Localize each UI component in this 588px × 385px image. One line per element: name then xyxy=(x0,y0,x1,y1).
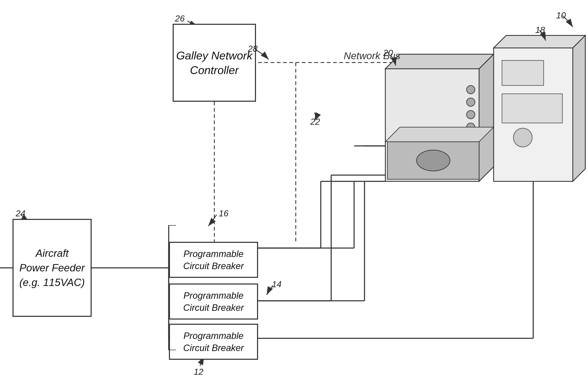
ref-14-text: 14 xyxy=(272,279,282,289)
ref-12: 12 xyxy=(194,367,204,377)
ref-26: 26 xyxy=(175,14,185,23)
svg-point-32 xyxy=(466,86,475,94)
svg-marker-39 xyxy=(573,35,585,181)
ref-28: 28 xyxy=(248,44,258,54)
svg-rect-30 xyxy=(387,142,479,179)
ref-18-text: 18 xyxy=(535,25,545,35)
apf-box: Aircraft Power Feeder (e.g. 115VAC) xyxy=(13,219,92,317)
ref-20-text: 20 xyxy=(383,48,393,58)
svg-marker-36 xyxy=(385,127,494,142)
pcb2-text: Programmable Circuit Breaker xyxy=(183,290,244,313)
ref-20: 20 xyxy=(383,48,393,58)
pcb-box-2: Programmable Circuit Breaker xyxy=(169,283,258,319)
apf-line3: (e.g. 115VAC) xyxy=(19,277,85,288)
apf-text: Aircraft Power Feeder (e.g. 115VAC) xyxy=(19,246,85,290)
svg-point-33 xyxy=(466,98,475,106)
ref-18: 18 xyxy=(535,25,545,35)
ref-28-text: 28 xyxy=(248,44,258,54)
svg-rect-37 xyxy=(494,48,573,181)
svg-point-31 xyxy=(417,150,450,171)
pcb-box-1: Programmable Circuit Breaker xyxy=(169,242,258,278)
gnc-title-line2: Controller xyxy=(190,64,239,76)
pcb1-line2: Circuit Breaker xyxy=(183,261,244,271)
ref-24: 24 xyxy=(16,208,25,218)
pcb3-line1: Programmable xyxy=(184,331,244,341)
pcb2-line1: Programmable xyxy=(184,290,244,301)
gnc-title-line1: Galley Network xyxy=(176,49,252,62)
ref-26-text: 26 xyxy=(175,14,185,23)
svg-point-35 xyxy=(466,123,475,131)
apf-line2: Power Feeder xyxy=(19,262,85,274)
ref-16: 16 xyxy=(219,208,229,218)
ref-10: 10 xyxy=(556,10,566,21)
svg-point-34 xyxy=(466,111,475,119)
diagram-svg xyxy=(0,0,588,385)
svg-marker-28 xyxy=(385,54,494,69)
apf-line1: Aircraft xyxy=(36,248,68,259)
svg-rect-27 xyxy=(385,69,479,181)
ref-14: 14 xyxy=(272,279,282,289)
pcb3-text: Programmable Circuit Breaker xyxy=(183,330,244,354)
svg-marker-29 xyxy=(479,54,494,181)
svg-point-42 xyxy=(513,128,532,147)
gnc-box-text: Galley Network Controller xyxy=(176,48,252,77)
pcb1-line1: Programmable xyxy=(184,249,244,259)
ref-16-text: 16 xyxy=(219,208,229,218)
ref-12-text: 12 xyxy=(194,367,204,377)
ref-10-text: 10 xyxy=(556,10,566,20)
diagram-container: Galley Network Controller Programmable C… xyxy=(0,0,588,385)
svg-rect-41 xyxy=(502,94,562,123)
ref-22: 22 xyxy=(310,117,320,127)
pcb3-line2: Circuit Breaker xyxy=(183,343,244,353)
pcb1-text: Programmable Circuit Breaker xyxy=(183,248,244,272)
pcb-box-3: Programmable Circuit Breaker xyxy=(169,324,258,360)
svg-marker-38 xyxy=(494,35,585,48)
ref-24-text: 24 xyxy=(16,208,25,218)
pcb-bracket-svg xyxy=(167,225,177,350)
svg-rect-40 xyxy=(502,60,544,86)
ref-22-text: 22 xyxy=(310,117,320,127)
gnc-box: Galley Network Controller xyxy=(173,24,256,102)
pcb2-line2: Circuit Breaker xyxy=(183,302,244,313)
